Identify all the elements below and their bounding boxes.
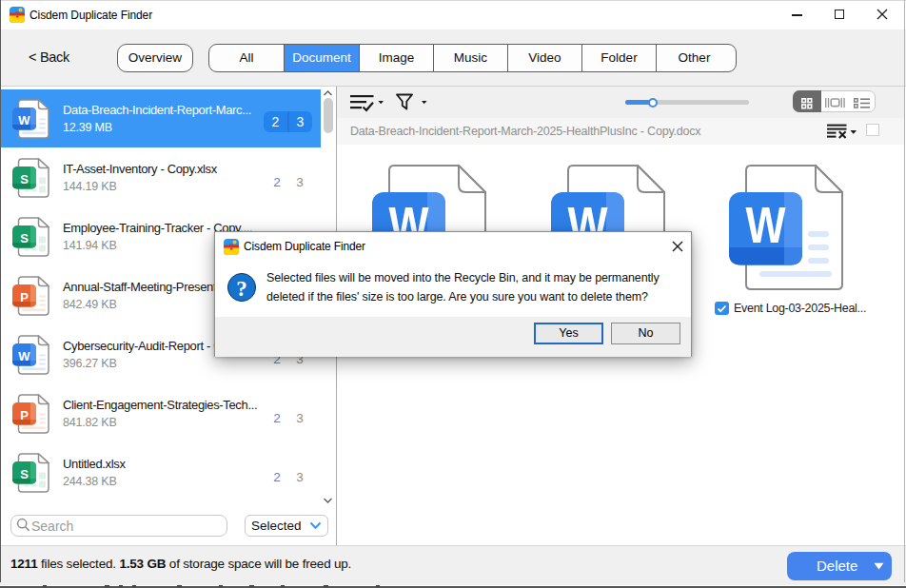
svg-text:S: S <box>20 172 29 186</box>
svg-text:S: S <box>20 231 29 245</box>
svg-text:?: ? <box>236 277 247 301</box>
svg-text:W: W <box>746 196 786 253</box>
svg-text:W: W <box>18 113 30 127</box>
svg-text:S: S <box>20 467 29 481</box>
svg-text:P: P <box>20 408 29 422</box>
svg-text:W: W <box>18 349 30 363</box>
svg-text:P: P <box>20 290 29 304</box>
